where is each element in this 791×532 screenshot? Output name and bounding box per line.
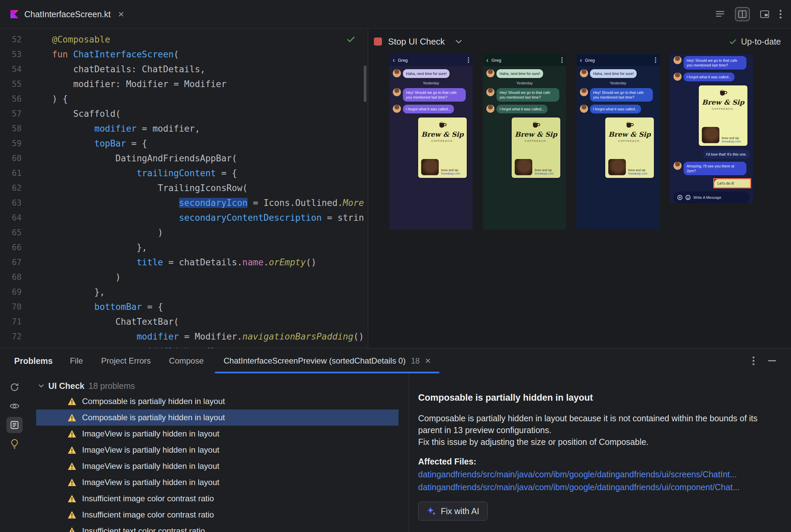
line-number[interactable]: 71 (0, 314, 22, 329)
preview-phone[interactable]: ‹GregHaha, next time for sure!YesterdayH… (389, 54, 473, 230)
code-line[interactable]: 62 TrailingIconsRow( (0, 180, 368, 195)
code-text: chatDetails: ChatDetails, (22, 62, 205, 77)
tool-window-title[interactable]: Problems (14, 356, 53, 366)
line-number[interactable]: 61 (0, 166, 22, 180)
chevron-down-icon[interactable] (38, 384, 44, 388)
tab-close-icon[interactable]: × (118, 9, 124, 19)
problem-item-label: Insufficient image color contrast ratio (82, 510, 214, 519)
line-number[interactable]: 63 (0, 195, 22, 210)
inspections-passed-icon[interactable] (346, 34, 356, 44)
line-number[interactable]: 52 (0, 32, 22, 47)
line-number[interactable]: 72 (0, 329, 22, 344)
problem-item-label: Insufficient image color contrast ratio (82, 494, 214, 503)
code-line[interactable]: 72 modifier = Modifier.navigationBarsPad… (0, 329, 368, 344)
line-number[interactable]: 53 (0, 47, 22, 62)
problem-items: Composable is partially hidden in layout… (29, 393, 409, 532)
code-token: ) (158, 228, 163, 238)
line-number[interactable]: 69 (0, 285, 22, 299)
problem-item[interactable]: Insufficient text color contrast ratio (36, 523, 399, 532)
problems-report-icon[interactable] (6, 417, 23, 433)
preview-phone[interactable]: ‹GregHaha, next time for sure!YesterdayH… (483, 54, 566, 230)
code-line[interactable]: 67 title = chatDetails.name.orEmpty() (0, 255, 368, 270)
tab-ui-check-preview[interactable]: ChatInterfaceScreenPreview (sortedChatDe… (215, 348, 439, 373)
lightbulb-icon[interactable] (6, 436, 23, 452)
code-editor[interactable]: 52@Composable53fun ChatInterfaceScreen(5… (0, 29, 368, 348)
line-number[interactable]: 55 (0, 77, 22, 92)
coffee-photo (515, 159, 532, 175)
code-line[interactable]: 73 onAddClick = {} (0, 344, 368, 348)
line-number[interactable]: 57 (0, 106, 22, 121)
line-number[interactable]: 70 (0, 299, 22, 314)
chevron-down-icon[interactable] (455, 39, 462, 44)
problem-item[interactable]: ImageView is partially hidden in layout (36, 458, 399, 474)
preview-phone[interactable]: Hey! Should we go to that cafe you menti… (670, 54, 753, 203)
problem-item[interactable]: ImageView is partially hidden in layout (36, 426, 399, 442)
editor-tab[interactable]: ChatInterfaceScreen.kt × (0, 0, 133, 28)
fix-with-ai-button[interactable]: Fix with AI (418, 501, 488, 520)
structure-list-icon[interactable] (715, 10, 725, 18)
line-number[interactable]: 64 (0, 210, 22, 225)
code-line[interactable]: 55 modifier: Modifier = Modifier (0, 77, 368, 92)
code-token: bottomBar (94, 302, 142, 312)
more-icon (561, 57, 563, 63)
code-line[interactable]: 64 secondaryContentDescription = strin (0, 210, 368, 225)
tab-file[interactable]: File (61, 348, 92, 373)
coffee-cup-icon (421, 121, 464, 129)
more-options-icon[interactable] (779, 10, 781, 19)
line-number[interactable]: 68 (0, 270, 22, 285)
code-line[interactable]: 70 bottomBar = { (0, 299, 368, 314)
stop-ui-check-button[interactable]: Stop UI Check (374, 36, 445, 47)
code-line[interactable]: 53fun ChatInterfaceScreen( (0, 47, 368, 62)
code-line[interactable]: 60 DatingAndFriendsAppBar( (0, 151, 368, 166)
line-number[interactable]: 73 (0, 344, 22, 348)
problem-item[interactable]: Composable is partially hidden in layout (36, 393, 399, 410)
line-number[interactable]: 67 (0, 255, 22, 270)
problem-item[interactable]: ImageView is partially hidden in layout (36, 474, 399, 491)
problem-item[interactable]: Composable is partially hidden in layout (36, 410, 399, 426)
editor-scrollbar[interactable] (364, 65, 366, 102)
code-line[interactable]: 63 secondaryIcon = Icons.Outlined.More (0, 195, 368, 210)
more-options-icon[interactable] (753, 356, 755, 366)
line-number[interactable]: 56 (0, 92, 22, 106)
split-editor-icon[interactable] (735, 7, 750, 21)
minimize-icon[interactable] (768, 360, 776, 362)
avatar (393, 104, 401, 113)
avatar (393, 69, 401, 77)
code-line[interactable]: 58 modifier = modifier, (0, 121, 368, 136)
code-line[interactable]: 61 trailingContent = { (0, 166, 368, 180)
ui-check-group[interactable]: UI Check 18 problems (29, 378, 409, 393)
eye-icon[interactable] (6, 398, 23, 414)
line-number[interactable]: 65 (0, 225, 22, 240)
code-token: () (353, 331, 364, 342)
code-line[interactable]: 57 Scaffold( (0, 106, 368, 121)
code-line[interactable]: 56) { (0, 92, 368, 106)
line-number[interactable]: 58 (0, 121, 22, 136)
code-line[interactable]: 69 }, (0, 285, 368, 299)
tab-title: ChatInterfaceScreen.kt (24, 10, 111, 19)
code-line[interactable]: 54 chatDetails: ChatDetails, (0, 62, 368, 77)
line-number[interactable]: 60 (0, 151, 22, 166)
code-line[interactable]: 68 ) (0, 270, 368, 285)
refresh-icon[interactable] (6, 379, 23, 395)
tab-compose[interactable]: Compose (160, 348, 213, 373)
code-line[interactable]: 66 }, (0, 240, 368, 255)
code-line[interactable]: 59 topBar = { (0, 136, 368, 151)
line-number[interactable]: 62 (0, 180, 22, 195)
code-line[interactable]: 52@Composable (0, 32, 368, 47)
line-number[interactable]: 59 (0, 136, 22, 151)
line-number[interactable]: 54 (0, 62, 22, 77)
card-texts: brew and sipbrew&sip.com (535, 168, 554, 175)
preview-phone[interactable]: ‹GregHaha, next time for sure!YesterdayH… (576, 54, 660, 230)
preview-layout-icon[interactable] (760, 10, 769, 18)
affected-file-link[interactable]: datingandfriends/src/main/java/com/ibm/g… (418, 470, 784, 479)
code-line[interactable]: 65 ) (0, 225, 368, 240)
problem-item[interactable]: Insufficient image color contrast ratio (36, 491, 399, 507)
problem-item[interactable]: ImageView is partially hidden in layout (36, 442, 399, 458)
affected-file-link[interactable]: datingandfriends/src/main/java/com/ibm/g… (418, 482, 784, 492)
problem-item[interactable]: Insufficient image color contrast ratio (36, 507, 399, 523)
code-line[interactable]: 71 ChatTextBar( (0, 314, 368, 329)
line-number[interactable]: 66 (0, 240, 22, 255)
problem-details: Composable is partially hidden in layout… (409, 374, 791, 532)
tab-project-errors[interactable]: Project Errors (92, 348, 160, 373)
close-tab-icon[interactable]: × (425, 356, 430, 366)
